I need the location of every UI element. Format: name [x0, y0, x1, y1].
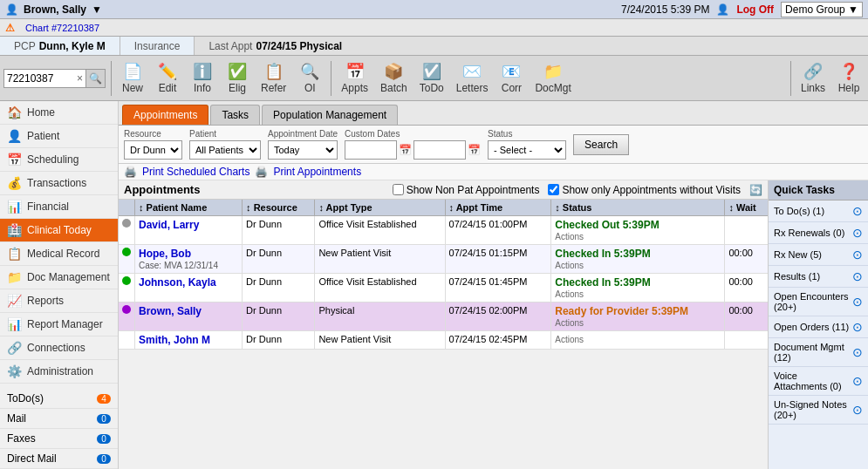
sidebar-item-home[interactable]: 🏠 Home	[0, 101, 118, 125]
custom-date-from[interactable]	[345, 140, 397, 160]
appt-date-select[interactable]: Today	[268, 140, 338, 160]
sidebar-item-patient[interactable]: 👤 Patient	[0, 125, 118, 148]
actions-text[interactable]: Actions	[555, 289, 584, 299]
sidebar: 🏠 Home 👤 Patient 📅 Scheduling 💰 Transact…	[0, 101, 119, 469]
refresh-icon[interactable]: 🔄	[749, 184, 762, 196]
new-button[interactable]: 📄 New	[117, 60, 148, 96]
qt-rx-renewals[interactable]: Rx Renewals (0) ⊙	[769, 222, 868, 244]
doc-management-icon: 📁	[7, 270, 22, 284]
appt-date-label: Appointment Date	[268, 129, 338, 139]
patient-name-hope[interactable]: Hope, Bob	[139, 248, 191, 260]
show-non-pat-text: Show Non Pat Appointments	[407, 184, 540, 196]
sidebar-badge-mail[interactable]: Mail 0	[0, 409, 118, 429]
refer-button[interactable]: 📋 Refer	[256, 60, 290, 96]
patient-name-johnson[interactable]: Johnson, Kayla	[139, 276, 216, 289]
search-clear-btn[interactable]: ×	[74, 72, 85, 85]
col-patient-name[interactable]: ↕ Patient Name	[135, 200, 243, 216]
sidebar-bottom: ToDo(s) 4 Mail 0 Faxes 0 Direct Mail 0	[0, 389, 118, 469]
sidebar-item-clinical-today[interactable]: 🏥 Clinical Today	[0, 219, 118, 242]
qt-rx-renewals-chevron[interactable]: ⊙	[852, 226, 863, 240]
wait-cell: 00:00	[725, 274, 768, 302]
patient-select[interactable]: All Patients	[189, 140, 261, 160]
sidebar-item-connections[interactable]: 🔗 Connections	[0, 336, 118, 360]
batch-button[interactable]: 📦 Batch	[376, 60, 412, 96]
qt-open-encounters[interactable]: Open Encounters (20+) ⊙	[769, 288, 868, 316]
qt-results-chevron[interactable]: ⊙	[852, 269, 863, 283]
log-off-button[interactable]: Log Off	[736, 3, 774, 16]
corr-button[interactable]: 📧 Corr	[496, 60, 527, 96]
sidebar-badge-todos[interactable]: ToDo(s) 4	[0, 389, 118, 409]
table-row: Hope, Bob Case: MVA 12/31/14 Dr Dunn New…	[119, 245, 768, 274]
search-box[interactable]: × 🔍	[3, 69, 106, 88]
qt-doc-mgmt[interactable]: Document Mgmt (12) ⊙	[769, 338, 868, 367]
show-only-checkbox[interactable]	[548, 184, 559, 195]
actions-text[interactable]: Actions	[555, 318, 584, 328]
oi-label: OI	[304, 82, 316, 94]
qt-todos-chevron[interactable]: ⊙	[852, 204, 863, 218]
actions-text[interactable]: Actions	[555, 335, 584, 344]
patient-name-smith[interactable]: Smith, John M	[139, 334, 210, 346]
col-resource[interactable]: ↕ Resource	[243, 200, 315, 216]
qt-open-orders[interactable]: Open Orders (11) ⊙	[769, 316, 868, 338]
calendar-icon2[interactable]: 📅	[468, 144, 481, 156]
col-wait[interactable]: ↕ Wait	[725, 200, 768, 216]
tab-appointments[interactable]: Appointments	[122, 105, 208, 125]
search-go-btn[interactable]: 🔍	[85, 70, 105, 87]
col-appt-time[interactable]: ↕ Appt Time	[445, 200, 551, 216]
qt-unsigned-notes[interactable]: Un-Signed Notes (20+) ⊙	[769, 396, 868, 425]
search-button[interactable]: Search	[573, 134, 629, 155]
qt-voice-attach[interactable]: Voice Attachments (0) ⊙	[769, 367, 868, 396]
sidebar-item-report-manager[interactable]: 📊 Report Manager	[0, 313, 118, 336]
calendar-icon1[interactable]: 📅	[399, 144, 412, 156]
qt-open-orders-chevron[interactable]: ⊙	[852, 320, 863, 334]
tab-population-management[interactable]: Population Management	[262, 105, 398, 125]
sidebar-badge-faxes[interactable]: Faxes 0	[0, 429, 118, 449]
search-input[interactable]	[4, 71, 74, 85]
appts-button[interactable]: 📅 Appts	[337, 60, 372, 96]
custom-date-to[interactable]	[413, 140, 466, 160]
status-select[interactable]: - Select -	[488, 140, 566, 160]
show-only-label[interactable]: Show only Appointments without Visits	[548, 184, 741, 196]
todo-button[interactable]: ☑️ ToDo	[415, 60, 448, 96]
qt-voice-attach-chevron[interactable]: ⊙	[852, 374, 863, 388]
col-status[interactable]: ↕ Status	[551, 200, 725, 216]
sidebar-item-reports[interactable]: 📈 Reports	[0, 289, 118, 313]
patient-dropdown[interactable]: ▼	[92, 3, 102, 16]
sidebar-item-financial[interactable]: 📊 Financial	[0, 195, 118, 219]
actions-text[interactable]: Actions	[555, 232, 584, 241]
qt-results[interactable]: Results (1) ⊙	[769, 266, 868, 288]
patient-name-brown[interactable]: Brown, Sally	[139, 305, 202, 317]
qt-unsigned-notes-chevron[interactable]: ⊙	[852, 403, 863, 417]
patient-name-david[interactable]: David, Larry	[139, 219, 199, 231]
info-button[interactable]: ℹ️ Info	[187, 60, 218, 96]
resource-select[interactable]: Dr Dunn	[124, 140, 182, 160]
links-button[interactable]: 🔗 Links	[796, 60, 830, 96]
qt-doc-mgmt-chevron[interactable]: ⊙	[852, 345, 863, 359]
elig-button[interactable]: ✅ Elig	[222, 60, 253, 96]
elig-label: Elig	[229, 82, 246, 94]
letters-button[interactable]: ✉️ Letters	[452, 60, 493, 96]
actions-text[interactable]: Actions	[555, 261, 584, 270]
qt-todos[interactable]: To Do(s) (1) ⊙	[769, 201, 868, 222]
qt-rx-new-chevron[interactable]: ⊙	[852, 248, 863, 262]
help-button[interactable]: ❓ Help	[833, 60, 865, 96]
sidebar-badge-direct-mail[interactable]: Direct Mail 0	[0, 449, 118, 469]
info-icon: ℹ️	[193, 62, 212, 81]
tab-tasks[interactable]: Tasks	[210, 105, 260, 125]
col-appt-type[interactable]: ↕ Appt Type	[315, 200, 445, 216]
qt-open-encounters-chevron[interactable]: ⊙	[852, 295, 863, 309]
chart-number[interactable]: Chart #72210387	[25, 23, 99, 33]
oi-button[interactable]: 🔍 OI	[294, 60, 325, 96]
print-appointments-link[interactable]: Print Appointments	[273, 166, 361, 178]
sidebar-item-administration[interactable]: ⚙️ Administration	[0, 360, 118, 384]
print-scheduled-link[interactable]: Print Scheduled Charts	[142, 166, 249, 178]
sidebar-item-scheduling[interactable]: 📅 Scheduling	[0, 148, 118, 172]
sidebar-item-medical-record[interactable]: 📋 Medical Record	[0, 242, 118, 266]
show-non-pat-checkbox[interactable]	[393, 184, 404, 195]
edit-button[interactable]: ✏️ Edit	[152, 60, 183, 96]
docmgt-button[interactable]: 📁 DocMgt	[530, 60, 575, 96]
sidebar-item-doc-management[interactable]: 📁 Doc Management	[0, 266, 118, 289]
show-non-pat-label[interactable]: Show Non Pat Appointments	[393, 184, 540, 196]
sidebar-item-transactions[interactable]: 💰 Transactions	[0, 172, 118, 195]
qt-rx-new[interactable]: Rx New (5) ⊙	[769, 244, 868, 266]
